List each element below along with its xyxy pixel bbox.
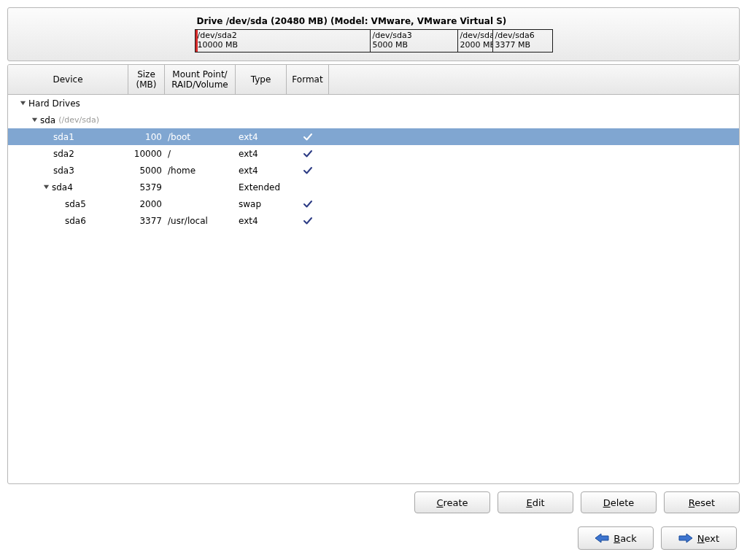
svg-marker-1 [31, 118, 36, 122]
drive-map-slot[interactable]: /dev/sda63377 MB [493, 30, 552, 52]
svg-marker-3 [595, 534, 608, 542]
drive-map[interactable]: /dev/sda210000 MB/dev/sda35000 MB/dev/sd… [195, 29, 553, 52]
drive-map-slot[interactable]: /dev/sda52000 MB [458, 30, 493, 52]
action-button-row: Create Edit Delete Reset [0, 484, 747, 513]
check-icon [302, 131, 314, 143]
col-header-spacer [329, 65, 739, 94]
partition-size: 10000 [128, 149, 165, 159]
partition-row[interactable]: sda45379Extended [8, 179, 739, 195]
partition-type: ext4 [236, 166, 287, 176]
col-header-mount[interactable]: Mount Point/ RAID/Volume [165, 65, 236, 94]
partition-type: Extended [236, 182, 287, 192]
expand-icon[interactable] [30, 116, 39, 125]
check-icon [302, 148, 314, 160]
partition-row[interactable]: sda52000swap [8, 195, 739, 212]
partition-row[interactable]: sda210000/ext4 [8, 145, 739, 162]
reset-button[interactable]: Reset [664, 491, 740, 513]
partition-device: sda6 [65, 216, 86, 226]
arrow-right-icon [678, 533, 693, 543]
partition-device: sda1 [53, 132, 74, 142]
table-header: Device Size (MB) Mount Point/ RAID/Volum… [8, 65, 739, 95]
delete-button[interactable]: Delete [581, 491, 657, 513]
tree-disk-label: sda [40, 115, 55, 125]
col-header-type[interactable]: Type [236, 65, 287, 94]
partition-size: 5379 [128, 182, 165, 192]
check-icon [302, 165, 314, 176]
check-icon [302, 215, 314, 227]
arrow-left-icon [595, 533, 609, 543]
svg-marker-4 [679, 534, 692, 542]
partition-mount: / [165, 149, 236, 159]
drive-title: Drive /dev/sda (20480 MB) (Model: VMware… [195, 16, 507, 26]
col-header-size[interactable]: Size (MB) [128, 65, 165, 94]
partition-size: 2000 [128, 199, 165, 209]
partition-size: 5000 [128, 166, 165, 176]
drive-map-selection-mark [196, 30, 198, 52]
drive-map-slot[interactable]: /dev/sda210000 MB [196, 30, 371, 52]
tree-root-label: Hard Drives [28, 98, 80, 109]
partition-device: sda5 [65, 199, 86, 209]
partition-table: Device Size (MB) Mount Point/ RAID/Volum… [7, 64, 740, 484]
partition-row[interactable]: sda1100/bootext4 [8, 128, 739, 145]
partition-row[interactable]: sda63377/usr/localext4 [8, 212, 739, 229]
partition-size: 100 [128, 132, 165, 142]
svg-marker-2 [43, 185, 48, 189]
col-header-format[interactable]: Format [287, 65, 329, 94]
partition-mount: /boot [165, 132, 236, 142]
tree-disk-row[interactable]: sda(/dev/sda) [8, 112, 739, 128]
partition-device: sda3 [53, 166, 74, 176]
partition-row[interactable]: sda35000/homeext4 [8, 162, 739, 179]
edit-button[interactable]: Edit [498, 491, 573, 513]
partition-size: 3377 [128, 216, 165, 226]
partition-device: sda2 [53, 149, 74, 159]
nav-button-row: Back Next [0, 513, 747, 560]
tree-disk-path: (/dev/sda) [58, 115, 99, 125]
drive-map-slot[interactable]: /dev/sda35000 MB [371, 30, 458, 52]
partition-type: swap [236, 199, 287, 209]
next-button[interactable]: Next [661, 526, 737, 550]
expand-icon[interactable] [42, 183, 50, 192]
partition-device: sda4 [52, 182, 73, 192]
partition-type: ext4 [236, 132, 287, 142]
drive-summary-panel: Drive /dev/sda (20480 MB) (Model: VMware… [7, 7, 740, 61]
partition-mount: /home [165, 166, 236, 176]
check-icon [302, 198, 314, 210]
partition-mount: /usr/local [165, 216, 236, 226]
expand-icon[interactable] [18, 99, 27, 108]
col-header-device[interactable]: Device [8, 65, 128, 94]
partition-type: ext4 [236, 216, 287, 226]
table-body[interactable]: Hard Drivessda(/dev/sda)sda1100/bootext4… [8, 95, 739, 483]
partition-type: ext4 [236, 149, 287, 159]
tree-root-row[interactable]: Hard Drives [8, 95, 739, 112]
create-button[interactable]: Create [414, 491, 490, 513]
back-button[interactable]: Back [578, 526, 654, 550]
svg-marker-0 [20, 101, 25, 105]
